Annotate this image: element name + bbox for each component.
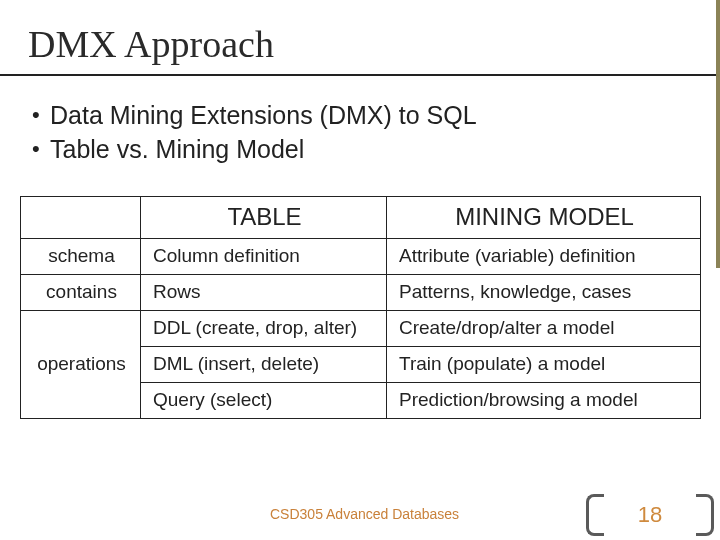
table-cell: Train (populate) a model [387,347,701,383]
table-cell: Create/drop/alter a model [387,311,701,347]
slide-footer: CSD305 Advanced Databases 18 [0,494,720,540]
bullet-item: • Data Mining Extensions (DMX) to SQL [32,100,720,130]
bullet-dot-icon: • [32,100,50,130]
footer-text: CSD305 Advanced Databases [270,506,459,522]
bracket-right-icon [696,494,714,536]
table-cell: Patterns, knowledge, cases [387,275,701,311]
bullet-text: Data Mining Extensions (DMX) to SQL [50,100,477,130]
table-corner-cell [21,197,141,239]
table-row: contains Rows Patterns, knowledge, cases [21,275,701,311]
table-col-header: MINING MODEL [387,197,701,239]
table-row: schema Column definition Attribute (vari… [21,239,701,275]
bullet-dot-icon: • [32,134,50,164]
table-row-header: operations [21,311,141,419]
comparison-table: TABLE MINING MODEL schema Column definit… [20,196,701,419]
page-number-bracket: 18 [586,494,714,536]
bullet-text: Table vs. Mining Model [50,134,304,164]
brand-accent-bar [716,0,720,268]
table-row: operations DDL (create, drop, alter) Cre… [21,311,701,347]
table-row-header: contains [21,275,141,311]
bullet-list: • Data Mining Extensions (DMX) to SQL • … [0,76,720,164]
table-cell: Prediction/browsing a model [387,383,701,419]
table-cell: DML (insert, delete) [141,347,387,383]
table-header-row: TABLE MINING MODEL [21,197,701,239]
page-number: 18 [586,502,714,528]
table-row-header: schema [21,239,141,275]
table-cell: Attribute (variable) definition [387,239,701,275]
table-cell: Query (select) [141,383,387,419]
bullet-item: • Table vs. Mining Model [32,134,720,164]
comparison-table-wrap: TABLE MINING MODEL schema Column definit… [0,168,720,419]
slide-title: DMX Approach [0,0,720,68]
table-cell: Column definition [141,239,387,275]
table-cell: Rows [141,275,387,311]
table-col-header: TABLE [141,197,387,239]
table-cell: DDL (create, drop, alter) [141,311,387,347]
